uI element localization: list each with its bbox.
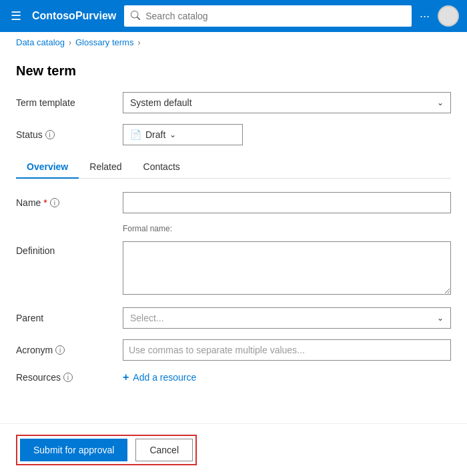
name-input[interactable]	[123, 192, 451, 213]
resources-info-icon[interactable]: i	[63, 373, 73, 382]
submit-button[interactable]: Submit for approval	[20, 439, 127, 461]
name-info-icon[interactable]: i	[50, 198, 59, 207]
acronym-control	[123, 339, 451, 361]
chevron-down-icon: ⌄	[437, 98, 444, 107]
cancel-button[interactable]: Cancel	[135, 439, 193, 461]
parent-placeholder: Select...	[130, 313, 164, 323]
tabs: Overview Related Contacts	[16, 156, 451, 179]
term-template-value: System default	[130, 97, 192, 108]
search-bar[interactable]	[124, 5, 412, 27]
search-icon	[131, 11, 140, 22]
acronym-input[interactable]	[123, 339, 451, 361]
bottom-bar: Submit for approval Cancel	[0, 423, 467, 476]
definition-row: Definition	[16, 241, 451, 297]
avatar-image	[439, 7, 458, 25]
search-input[interactable]	[145, 11, 405, 21]
acronym-row: Acronym i	[16, 339, 451, 361]
term-template-dropdown[interactable]: System default ⌄	[123, 92, 451, 113]
page-title: New term	[16, 63, 451, 79]
parent-row: Parent Select... ⌄	[16, 307, 451, 329]
name-row: Name * i	[16, 192, 451, 213]
breadcrumb-glossary-terms[interactable]: Glossary terms	[75, 37, 133, 47]
parent-chevron-icon: ⌄	[437, 313, 444, 323]
term-template-label: Term template	[16, 97, 123, 108]
top-navigation: ☰ ContosoPurview ···	[0, 0, 467, 32]
formal-name-label: Formal name:	[123, 224, 451, 233]
acronym-info-icon[interactable]: i	[55, 345, 65, 355]
term-template-row: Term template System default ⌄	[16, 92, 451, 113]
definition-textarea[interactable]	[123, 241, 451, 295]
breadcrumb-data-catalog[interactable]: Data catalog	[16, 37, 65, 47]
tab-overview[interactable]: Overview	[16, 156, 79, 179]
hamburger-icon[interactable]: ☰	[8, 6, 24, 26]
status-info-icon[interactable]: i	[45, 130, 55, 139]
status-value: Draft	[145, 129, 165, 140]
definition-label: Definition	[16, 241, 123, 256]
status-chevron-icon: ⌄	[169, 130, 176, 139]
name-control	[123, 192, 451, 213]
parent-control: Select... ⌄	[123, 307, 451, 329]
more-icon[interactable]: ···	[420, 9, 430, 23]
name-required: *	[43, 197, 47, 208]
acronym-label: Acronym i	[16, 345, 123, 355]
name-label: Name * i	[16, 197, 123, 208]
add-resource-button[interactable]: + Add a resource	[123, 371, 451, 383]
status-dropdown[interactable]: 📄 Draft ⌄	[123, 124, 243, 145]
breadcrumb: Data catalog › Glossary terms ›	[0, 32, 467, 53]
resources-row: Resources i + Add a resource	[16, 371, 451, 383]
avatar[interactable]	[438, 5, 459, 27]
status-row: Status i 📄 Draft ⌄	[16, 124, 451, 145]
status-label: Status i	[16, 129, 123, 140]
bottom-buttons-wrapper: Submit for approval Cancel	[16, 435, 197, 465]
parent-dropdown[interactable]: Select... ⌄	[123, 307, 451, 329]
main-content: New term Term template System default ⌄ …	[0, 53, 467, 383]
status-control: 📄 Draft ⌄	[123, 124, 451, 145]
resources-control: + Add a resource	[123, 371, 451, 383]
tab-contacts[interactable]: Contacts	[133, 156, 191, 179]
definition-control	[123, 241, 451, 297]
term-template-control: System default ⌄	[123, 92, 451, 113]
parent-label: Parent	[16, 313, 123, 323]
add-resource-label: Add a resource	[133, 372, 196, 383]
nav-right: ···	[420, 5, 459, 27]
plus-icon: +	[123, 371, 129, 383]
breadcrumb-separator-2: ›	[137, 38, 140, 47]
draft-doc-icon: 📄	[130, 129, 141, 140]
app-title: ContosoPurview	[32, 10, 116, 22]
breadcrumb-separator-1: ›	[69, 38, 71, 47]
resources-label: Resources i	[16, 372, 123, 383]
tab-related[interactable]: Related	[79, 156, 132, 179]
